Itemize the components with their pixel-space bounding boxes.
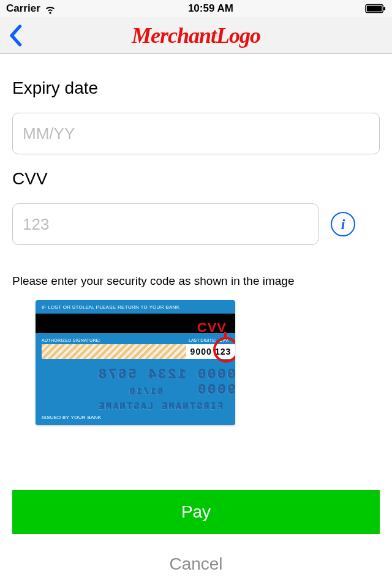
card-emboss-expiry: 01/10 (127, 387, 162, 397)
card-auth-sig-label: AUTHORIZED SIGNATURE: (42, 338, 100, 342)
card-cvv-callout: CVV (197, 320, 227, 336)
card-cvv-highlight-circle (213, 337, 235, 363)
svg-rect-2 (383, 7, 385, 10)
card-back-illustration: IF LOST OR STOLEN, PLEASE RETURN TO YOUR… (36, 300, 235, 425)
cvv-label: CVV (12, 169, 380, 189)
status-bar: Carrier 10:59 AM (0, 0, 392, 17)
cvv-input[interactable] (12, 203, 318, 245)
svg-rect-1 (367, 6, 382, 11)
carrier-label: Carrier (6, 2, 40, 15)
cvv-hint-text: Please enter your security code as shown… (12, 274, 380, 288)
expiry-label: Expiry date (12, 78, 380, 98)
chevron-left-icon (9, 24, 22, 47)
pay-button[interactable]: Pay (12, 490, 380, 534)
wifi-icon (44, 2, 56, 15)
cvv-info-button[interactable]: i (331, 212, 355, 236)
expiry-input[interactable] (12, 113, 380, 154)
merchant-logo: MerchantLogo (132, 23, 260, 48)
card-lost-text: IF LOST OR STOLEN, PLEASE RETURN TO YOUR… (42, 304, 179, 310)
bottom-actions: Pay Cancel (12, 490, 380, 588)
back-button[interactable] (0, 24, 31, 47)
cancel-button[interactable]: Cancel (12, 540, 380, 588)
card-emboss-name: FIRSTNAME LASTNAME (97, 402, 222, 412)
card-last-digits-label: LAST DIGITS: (189, 338, 216, 342)
payment-form: Expiry date CVV i Please enter your secu… (0, 54, 392, 425)
card-issued-by-text: ISSUED BY YOUR BANK (42, 415, 101, 420)
status-time: 10:59 AM (188, 2, 233, 15)
info-icon: i (341, 216, 345, 233)
card-last-digits-value: 9000 (190, 347, 212, 356)
battery-icon (365, 4, 386, 13)
nav-bar: MerchantLogo (0, 17, 392, 54)
card-signature-strip (42, 344, 186, 359)
